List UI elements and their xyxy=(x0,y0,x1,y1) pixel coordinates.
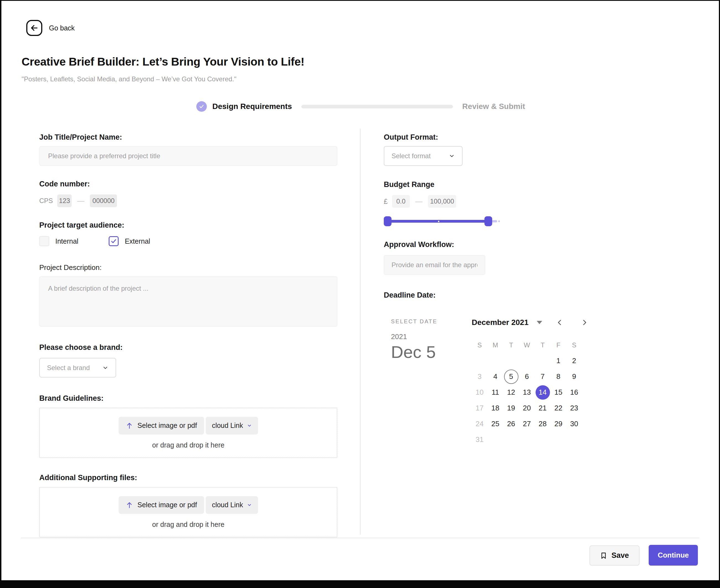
calendar-day-5[interactable]: 5 xyxy=(504,370,518,384)
calendar-day-24[interactable]: 24 xyxy=(472,417,487,431)
footer-divider xyxy=(21,538,699,538)
calendar-day-10[interactable]: 10 xyxy=(472,385,487,400)
checkbox-option-external[interactable]: External xyxy=(109,236,150,246)
calendar-day-21[interactable]: 21 xyxy=(535,401,550,415)
save-button[interactable]: Save xyxy=(590,545,639,566)
drag-drop-hint: or drag and drop it here xyxy=(152,441,224,449)
deadline-date-label: Deadline Date: xyxy=(384,291,700,299)
select-file-button[interactable]: Select image or pdf xyxy=(119,417,204,435)
calendar-day-31[interactable]: 31 xyxy=(472,433,487,447)
code-part2-input[interactable] xyxy=(90,194,117,207)
calendar-day-cell: 15 xyxy=(551,384,566,400)
weekday-header: W xyxy=(519,337,535,353)
weekday-header: T xyxy=(503,337,519,353)
calendar-day-12[interactable]: 12 xyxy=(504,385,518,400)
calendar-day-29[interactable]: 29 xyxy=(551,417,566,431)
calendar-day-3[interactable]: 3 xyxy=(472,370,487,384)
slider-handle-min[interactable] xyxy=(384,216,391,226)
go-back-label: Go back xyxy=(49,24,75,32)
approval-workflow-label: Approval Workflow: xyxy=(384,240,700,249)
calendar-day-27[interactable]: 27 xyxy=(520,417,534,431)
calendar-day-cell: 2 xyxy=(566,353,582,369)
calendar-day-cell: 12 xyxy=(503,384,519,400)
checkbox[interactable] xyxy=(39,236,49,246)
calendar-day-15[interactable]: 15 xyxy=(551,385,566,400)
chevron-down-icon xyxy=(247,423,252,428)
calendar-day-8[interactable]: 8 xyxy=(551,370,566,384)
budget-inputs-row: £ — xyxy=(384,195,700,208)
step-review-submit: Review & Submit xyxy=(462,102,525,111)
budget-max-input[interactable] xyxy=(428,195,456,208)
brand-guidelines-dropzone[interactable]: Select image or pdf cloud Link or drag a… xyxy=(39,408,337,458)
calendar-day-cell: 7 xyxy=(535,369,551,384)
calendar-day-2[interactable]: 2 xyxy=(567,354,581,368)
calendar-day-25[interactable]: 25 xyxy=(488,417,503,431)
calendar-day-cell: 14 xyxy=(535,384,551,400)
progress-stepper: Design Requirements Review & Submit xyxy=(196,101,525,112)
supporting-files-dropzone[interactable]: Select image or pdf cloud Link or drag a… xyxy=(39,487,337,538)
calendar-empty-cell xyxy=(472,353,487,369)
calendar-day-17[interactable]: 17 xyxy=(472,401,487,415)
calendar-day-18[interactable]: 18 xyxy=(488,401,503,415)
calendar-day-11[interactable]: 11 xyxy=(488,385,503,400)
calendar: December 2021 SMTWTFS1234567891011121314… xyxy=(472,317,589,447)
slider-handle-max[interactable] xyxy=(484,216,492,226)
calendar-day-cell: 24 xyxy=(472,416,487,432)
checkmark-icon xyxy=(111,238,117,244)
output-format-select[interactable]: Select format xyxy=(384,146,463,166)
weekday-header: M xyxy=(487,337,503,353)
calendar-empty-cell xyxy=(487,353,503,369)
calendar-day-16[interactable]: 16 xyxy=(567,385,581,400)
upload-arrow-icon xyxy=(126,422,133,429)
code-prefix: CPS xyxy=(39,197,53,205)
selected-date-display: Dec 5 xyxy=(391,342,472,362)
calendar-empty-cell xyxy=(503,353,519,369)
code-number-label: Code number: xyxy=(39,180,337,188)
calendar-day-6[interactable]: 6 xyxy=(520,370,534,384)
calendar-day-20[interactable]: 20 xyxy=(520,401,534,415)
budget-range-slider[interactable] xyxy=(384,216,500,227)
select-file-button[interactable]: Select image or pdf xyxy=(119,496,204,514)
checkbox[interactable] xyxy=(109,236,119,246)
chevron-down-icon xyxy=(449,153,455,159)
page-subtitle: "Posters, Leaflets, Social Media, and Be… xyxy=(22,75,236,83)
checkbox-option-internal[interactable]: Internal xyxy=(39,236,78,246)
calendar-day-1[interactable]: 1 xyxy=(551,354,566,368)
next-month-button[interactable] xyxy=(581,319,588,327)
select-file-label: Select image or pdf xyxy=(137,501,197,509)
approval-email-input[interactable] xyxy=(384,255,485,275)
cloud-link-button[interactable]: cloud Link xyxy=(206,417,258,435)
calendar-day-30[interactable]: 30 xyxy=(567,417,581,431)
calendar-grid: SMTWTFS123456789101112131415161718192021… xyxy=(472,337,589,447)
code-part1-input[interactable] xyxy=(57,194,71,207)
calendar-day-14[interactable]: 14 xyxy=(535,385,550,400)
calendar-day-13[interactable]: 13 xyxy=(520,385,534,400)
go-back-button[interactable]: Go back xyxy=(26,20,75,36)
brand-select[interactable]: Select a brand xyxy=(39,358,116,378)
calendar-day-23[interactable]: 23 xyxy=(567,401,581,415)
budget-min-input[interactable] xyxy=(392,195,410,208)
calendar-day-9[interactable]: 9 xyxy=(567,370,581,384)
previous-month-button[interactable] xyxy=(556,319,564,327)
cloud-link-label: cloud Link xyxy=(212,421,243,429)
cloud-link-button[interactable]: cloud Link xyxy=(206,496,258,514)
job-title-input[interactable] xyxy=(39,146,337,166)
description-textarea[interactable] xyxy=(39,276,337,327)
calendar-day-22[interactable]: 22 xyxy=(551,401,566,415)
audience-options: InternalExternal xyxy=(39,236,337,246)
drag-drop-hint: or drag and drop it here xyxy=(152,521,224,528)
calendar-day-26[interactable]: 26 xyxy=(504,417,518,431)
upload-arrow-icon xyxy=(126,501,133,509)
code-separator: — xyxy=(77,197,84,205)
date-picker: SELECT DATE 2021 Dec 5 December 2021 SMT… xyxy=(384,317,700,447)
calendar-day-7[interactable]: 7 xyxy=(535,370,550,384)
selected-year: 2021 xyxy=(391,333,472,341)
continue-button[interactable]: Continue xyxy=(649,545,698,566)
cloud-link-label: cloud Link xyxy=(212,501,243,509)
month-dropdown-triangle-icon[interactable] xyxy=(537,321,542,324)
brand-label: Please choose a brand: xyxy=(39,343,337,352)
calendar-month-label: December 2021 xyxy=(472,318,528,327)
calendar-day-4[interactable]: 4 xyxy=(488,370,503,384)
calendar-day-19[interactable]: 19 xyxy=(504,401,518,415)
calendar-day-28[interactable]: 28 xyxy=(535,417,550,431)
